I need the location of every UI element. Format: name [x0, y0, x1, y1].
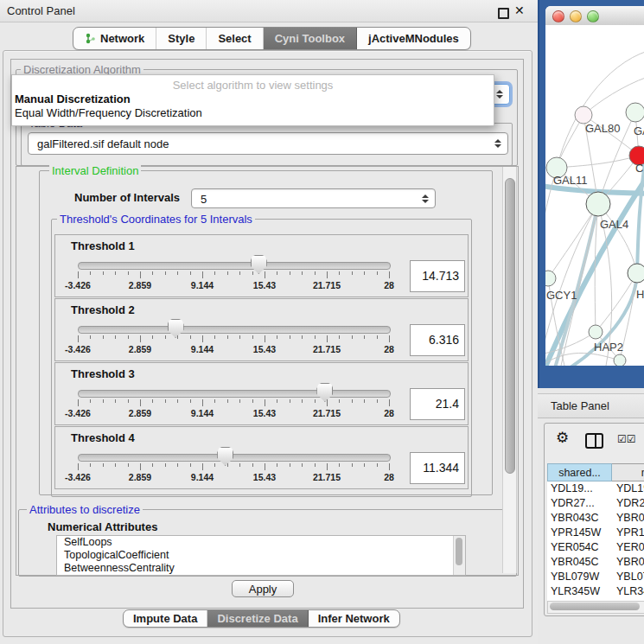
close-traffic-light-icon[interactable] — [552, 10, 564, 22]
minor-tick — [90, 463, 91, 467]
node-top-right[interactable] — [626, 103, 644, 122]
threshold-slider-thumb[interactable] — [217, 447, 233, 466]
table-row[interactable]: YLR345WYLR345W — [547, 584, 644, 599]
table-row[interactable]: YER054CYER054C — [547, 540, 644, 555]
axis-tick-label: 28 — [384, 344, 394, 354]
minor-tick — [339, 271, 340, 275]
cell-shared-name[interactable]: YBR045C — [547, 555, 612, 570]
table-row[interactable]: YBR045CYBR045C — [547, 555, 644, 570]
major-tick — [389, 271, 390, 278]
minor-tick — [190, 271, 191, 275]
threshold-value-field[interactable]: 11.344 — [410, 452, 465, 484]
minimize-traffic-light-icon[interactable] — [570, 10, 582, 22]
tab-label: Discretize Data — [217, 612, 297, 625]
minor-tick — [115, 271, 116, 275]
axis-tick-label: 15.43 — [253, 472, 276, 482]
table-row[interactable]: YBL079WYBL079W — [547, 570, 644, 584]
dropdown-option-equal-width[interactable]: Equal Width/Frequency Discretization — [15, 106, 202, 119]
number-of-intervals-combobox[interactable]: 5 — [191, 188, 436, 208]
tab-impute-data[interactable]: Impute Data — [124, 610, 207, 627]
cell-name[interactable]: YDR27... — [612, 496, 644, 511]
major-tick — [265, 463, 265, 470]
apply-button[interactable]: Apply — [232, 580, 294, 597]
major-tick — [389, 463, 390, 470]
dropdown-option-manual[interactable]: Manual Discretization — [15, 92, 131, 105]
list-scrollbar[interactable] — [453, 536, 465, 575]
table-row[interactable]: YBR043CYBR043C — [547, 511, 644, 526]
threshold-value-field[interactable]: 21.4 — [410, 388, 465, 420]
tab-label: Impute Data — [133, 612, 197, 625]
threshold-slider-track[interactable] — [78, 326, 391, 334]
minor-tick — [290, 399, 290, 403]
cell-name[interactable]: YPR145W — [612, 526, 644, 540]
cell-shared-name[interactable]: YER054C — [547, 540, 612, 555]
panel-title: Control Panel — [7, 4, 75, 17]
minor-tick — [315, 399, 316, 403]
node-gcy1[interactable] — [545, 271, 556, 286]
table-horizontal-scrollbar[interactable] — [547, 601, 644, 614]
node-pink[interactable] — [575, 106, 592, 124]
major-tick — [327, 335, 328, 342]
network-canvas[interactable]: GAL80 GA C GAL11 GAL4 GCY1 HA HAP2 — [545, 25, 644, 366]
minor-tick — [128, 399, 129, 403]
cell-name[interactable]: YBR043C — [612, 511, 644, 526]
cell-name[interactable]: YBL079W — [612, 570, 644, 584]
table-row[interactable]: YDR27...YDR27... — [547, 496, 644, 511]
table-row[interactable]: YPR145WYPR145W — [547, 526, 644, 540]
threshold-slider-thumb[interactable] — [168, 319, 184, 338]
tab-select[interactable]: Select — [207, 28, 263, 49]
gear-icon[interactable]: ⚙ — [556, 429, 569, 447]
cell-shared-name[interactable]: YBL079W — [547, 570, 612, 584]
minor-tick — [239, 463, 240, 467]
tab-infer-network[interactable]: Infer Network — [309, 610, 399, 627]
minor-tick — [252, 463, 253, 467]
tab-cyni-toolbox[interactable]: Cyni Toolbox — [264, 28, 357, 49]
cell-name[interactable]: YBR045C — [612, 555, 644, 570]
tab-jactivemnodules[interactable]: jActiveMNodules — [357, 28, 470, 49]
table-rows: YDL19...YDL19...YDR27...YDR27...YBR043CY… — [547, 481, 644, 601]
settings-scrollbar[interactable] — [502, 167, 517, 573]
threshold-slider-track[interactable] — [78, 454, 391, 462]
cell-name[interactable]: YER054C — [612, 540, 644, 555]
numerical-attributes-label: Numerical Attributes — [48, 520, 157, 533]
tab-discretize-data[interactable]: Discretize Data — [207, 610, 308, 627]
column-header-shared-name[interactable]: shared... — [547, 463, 612, 481]
cell-shared-name[interactable]: YDR27... — [547, 496, 612, 511]
node-gal4[interactable] — [586, 192, 610, 216]
axis-tick-label: 21.715 — [313, 344, 341, 354]
label-clipped-top: GA — [634, 124, 644, 137]
table-data-combobox[interactable]: galFiltered.sif default node — [28, 132, 508, 155]
tab-network[interactable]: Network — [73, 28, 156, 49]
cell-name[interactable]: YDL19... — [612, 481, 644, 496]
cell-shared-name[interactable]: YBR043C — [547, 511, 612, 526]
minor-tick — [302, 271, 303, 275]
node-hap2[interactable] — [589, 325, 603, 339]
threshold-value-field[interactable]: 6.316 — [410, 324, 465, 356]
select-columns-checkboxes-icon[interactable]: ☑☑ — [617, 433, 636, 445]
threshold-slider-track[interactable] — [78, 390, 391, 398]
axis-tick-label: 15.43 — [253, 408, 276, 418]
minor-tick — [128, 463, 129, 467]
column-header-name[interactable]: name — [612, 463, 644, 481]
cell-name[interactable]: YLR345W — [612, 584, 644, 599]
threshold-slider-track[interactable] — [78, 262, 391, 270]
zoom-traffic-light-icon[interactable] — [587, 10, 599, 22]
node-bottom[interactable] — [614, 354, 626, 366]
cell-shared-name[interactable]: YPR145W — [547, 526, 612, 540]
threshold-slider-thumb[interactable] — [316, 383, 333, 402]
close-icon[interactable]: ✕ — [514, 3, 525, 17]
node-mid-right[interactable] — [628, 264, 644, 283]
attribute-list-item[interactable]: TopologicalCoefficient — [57, 549, 465, 562]
tab-style[interactable]: Style — [156, 28, 207, 49]
columns-icon[interactable] — [585, 433, 603, 449]
cell-shared-name[interactable]: YLR345W — [547, 584, 612, 599]
network-nodes[interactable] — [545, 103, 644, 366]
threshold-value-field[interactable]: 14.713 — [410, 260, 465, 292]
float-window-icon[interactable] — [498, 8, 509, 19]
table-row[interactable]: YDL19...YDL19... — [547, 481, 644, 496]
attribute-list-item[interactable]: SelfLoops — [57, 536, 465, 549]
axis-tick-label: 15.43 — [253, 344, 276, 354]
cell-shared-name[interactable]: YDL19... — [547, 481, 612, 496]
attribute-list-item[interactable]: BetweennessCentrality — [57, 562, 465, 575]
major-tick — [327, 399, 328, 406]
